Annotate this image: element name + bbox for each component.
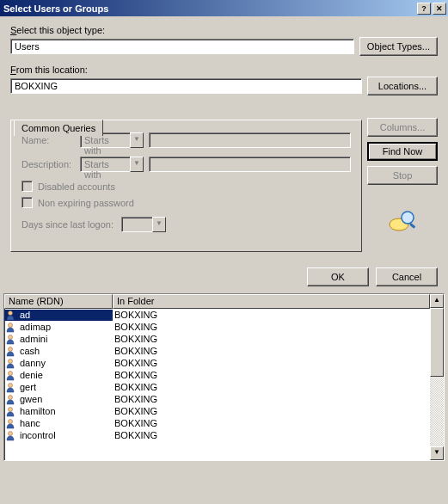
cell-name: adimap (4, 322, 113, 333)
name-label: Name: (21, 135, 75, 145)
find-now-button[interactable]: Find Now (367, 142, 438, 161)
scroll-track[interactable] (430, 308, 444, 446)
table-row[interactable]: hancBOKXING (4, 417, 430, 429)
table-row[interactable]: adminiBOKXING (4, 333, 430, 345)
cell-name: admini (4, 334, 113, 345)
search-icon (387, 206, 418, 237)
tab-body: Name: Starts with ▼ Description: Starts … (10, 120, 362, 252)
days-value (121, 217, 152, 232)
tab-common-queries[interactable]: Common Queries (14, 120, 103, 136)
chevron-down-icon: ▼ (152, 217, 166, 232)
cell-folder: BOKXING (113, 322, 430, 332)
svg-point-8 (9, 371, 13, 375)
disabled-accounts-label: Disabled accounts (38, 181, 115, 192)
table-row[interactable]: adimapBOKXING (4, 321, 430, 333)
results-list: Name (RDN) In Folder adBOKXINGadimapBOKX… (3, 293, 445, 461)
description-mode-value: Starts with (80, 157, 130, 172)
checkbox-icon (21, 181, 33, 192)
svg-point-9 (9, 383, 13, 387)
non-expiring-checkbox: Non expiring password (21, 197, 351, 208)
scroll-up-icon[interactable]: ▲ (430, 294, 444, 308)
cell-name: gert (4, 382, 113, 393)
svg-point-4 (9, 323, 13, 327)
chevron-down-icon: ▼ (130, 157, 144, 172)
svg-point-1 (402, 212, 414, 224)
svg-point-12 (9, 419, 13, 423)
location-label: From this location: (10, 65, 438, 75)
svg-point-3 (9, 310, 13, 315)
svg-point-10 (9, 395, 13, 399)
cell-folder: BOKXING (113, 430, 430, 440)
location-field[interactable]: BOKXING (10, 78, 362, 94)
description-label: Description: (21, 159, 75, 169)
cell-folder: BOKXING (113, 310, 430, 320)
object-type-label: Select this object type: (10, 25, 438, 35)
svg-rect-2 (409, 223, 415, 229)
help-button[interactable]: ? (417, 3, 431, 15)
cell-name: ad (4, 310, 113, 321)
column-header-name[interactable]: Name (RDN) (4, 294, 113, 309)
non-expiring-label: Non expiring password (38, 198, 134, 208)
window-title: Select Users or Groups (3, 3, 415, 14)
svg-point-13 (9, 431, 13, 435)
cell-name: hanc (4, 418, 113, 429)
table-row[interactable]: incontrolBOKXING (4, 429, 430, 441)
description-mode-combo: Starts with ▼ (80, 157, 144, 172)
description-input (149, 157, 351, 172)
cell-folder: BOKXING (113, 406, 430, 416)
cell-folder: BOKXING (113, 382, 430, 392)
locations-button[interactable]: Locations... (367, 77, 438, 95)
cell-folder: BOKXING (113, 334, 430, 344)
cell-folder: BOKXING (113, 394, 430, 404)
close-button[interactable]: ✕ (433, 3, 446, 15)
cell-folder: BOKXING (113, 358, 430, 368)
days-label: Days since last logon: (21, 219, 116, 230)
cancel-button[interactable]: Cancel (376, 267, 438, 286)
days-combo: ▼ (121, 217, 166, 232)
title-bar: Select Users or Groups ? ✕ (0, 0, 448, 16)
checkbox-icon (21, 197, 33, 208)
cell-folder: BOKXING (113, 370, 430, 380)
name-input (149, 132, 351, 148)
cell-name: danny (4, 358, 113, 369)
cell-name: denie (4, 370, 113, 381)
chevron-down-icon: ▼ (130, 132, 144, 148)
cell-name: hamilton (4, 406, 113, 417)
cell-name: cash (4, 346, 113, 357)
svg-point-6 (9, 347, 13, 351)
disabled-accounts-checkbox: Disabled accounts (21, 181, 351, 192)
cell-folder: BOKXING (113, 346, 430, 356)
vertical-scrollbar[interactable]: ▲ ▼ (430, 294, 444, 460)
scroll-thumb[interactable] (430, 308, 444, 377)
svg-point-5 (9, 335, 13, 339)
table-row[interactable]: adBOKXING (4, 309, 430, 321)
cell-name: gwen (4, 394, 113, 405)
table-row[interactable]: gertBOKXING (4, 381, 430, 393)
object-type-field[interactable]: Users (10, 39, 354, 54)
svg-point-11 (9, 407, 13, 411)
cell-folder: BOKXING (113, 418, 430, 428)
object-types-button[interactable]: Object Types... (359, 37, 438, 56)
table-row[interactable]: cashBOKXING (4, 345, 430, 357)
table-row[interactable]: denieBOKXING (4, 369, 430, 381)
svg-point-7 (9, 359, 13, 363)
table-row[interactable]: dannyBOKXING (4, 357, 430, 369)
columns-button: Columns... (367, 118, 438, 137)
table-row[interactable]: hamiltonBOKXING (4, 405, 430, 417)
column-header-folder[interactable]: In Folder (113, 294, 430, 309)
table-row[interactable]: gwenBOKXING (4, 393, 430, 405)
ok-button[interactable]: OK (307, 267, 369, 286)
scroll-down-icon[interactable]: ▼ (430, 446, 444, 460)
stop-button: Stop (367, 166, 438, 185)
cell-name: incontrol (4, 430, 113, 441)
